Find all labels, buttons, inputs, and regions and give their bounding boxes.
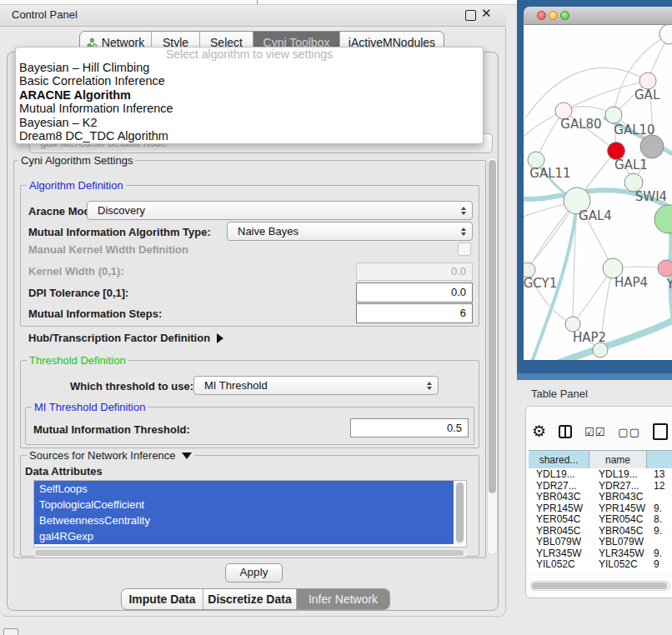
window-zoom-traffic-light[interactable]	[560, 11, 569, 20]
network-graph: GALGAL80GAL10GAL1GAL11SWI4GAL4GCY1HAP4YH…	[524, 25, 672, 360]
algorithm-option-bayesian-hill-climbing[interactable]: Bayesian – Hill Climbing	[16, 61, 483, 74]
attribute-item-topologicalcoefficient[interactable]: TopologicalCoefficient	[34, 497, 454, 512]
split-columns-icon[interactable]	[559, 425, 572, 438]
cell-name: YIL052C	[589, 558, 647, 570]
table-row[interactable]: YBL079WYBL079W	[529, 536, 672, 548]
table-row[interactable]: YDR27...YDR27...12	[529, 480, 672, 492]
mi-threshold-field[interactable]: 0.5	[350, 418, 469, 438]
table-row[interactable]: YDL19...YDL19...13	[529, 468, 672, 480]
table-header-name[interactable]: name	[589, 451, 647, 469]
kernel-width-field: 0.0	[356, 262, 473, 281]
node-gal-partial[interactable]	[639, 72, 656, 89]
float-window-icon[interactable]	[465, 10, 476, 21]
dpi-tolerance-label: DPI Tolerance [0,1]:	[28, 287, 128, 299]
stepper-icon	[427, 382, 432, 390]
hub-definition-toggle[interactable]: Hub/Transcription Factor Definition	[28, 332, 223, 344]
algorithm-option-bayesian-k2[interactable]: Bayesian – K2	[16, 116, 483, 129]
cell-value	[647, 536, 672, 548]
control-panel-title: Control Panel	[12, 8, 78, 21]
which-threshold-label: Which threshold to use:	[70, 380, 193, 392]
data-attributes-list[interactable]: SelfLoopsTopologicalCoefficientBetweenne…	[33, 480, 467, 548]
attribute-item-selfloops[interactable]: SelfLoops	[34, 481, 454, 497]
apply-button[interactable]: Apply	[225, 563, 283, 582]
panel-grip-icon[interactable]	[3, 628, 18, 635]
table-header-shared[interactable]: shared...	[529, 451, 589, 469]
node-gal10-label: GAL10	[614, 122, 654, 138]
node-pink-label: Y	[665, 277, 672, 292]
mi-threshold-label: Mutual Information Threshold:	[33, 423, 190, 436]
manual-kernel-checkbox[interactable]	[458, 242, 471, 256]
bottom-tab-impute-data[interactable]: Impute Data	[122, 589, 203, 609]
network-canvas[interactable]: GALGAL80GAL10GAL1GAL11SWI4GAL4GCY1HAP4YH…	[524, 25, 672, 360]
cell-value: 8.	[647, 513, 672, 525]
aracne-mode-combo[interactable]: Discovery	[87, 201, 473, 220]
table-row[interactable]: YER054CYER054C8.	[529, 513, 672, 525]
which-threshold-value: MI Threshold	[194, 379, 427, 392]
cell-name: YDL19...	[589, 468, 647, 480]
node-pink[interactable]	[658, 260, 672, 277]
node-hap4-label: HAP4	[614, 275, 648, 290]
algorithm-option-basic-correlation-inference[interactable]: Basic Correlation Inference	[16, 74, 483, 88]
cell-name: YBR043C	[589, 491, 647, 502]
bottom-tab-infer-network[interactable]: Infer Network	[297, 589, 389, 609]
cell-name: YDR27...	[589, 480, 647, 492]
algorithm-option-mutual-information-inference[interactable]: Mutual Information Inference	[16, 102, 483, 115]
sources-group-title: Sources for Network Inference	[29, 449, 176, 462]
table-row[interactable]: YPR145WYPR145W9.	[529, 502, 672, 514]
node-top-partial[interactable]	[659, 25, 672, 44]
table-hscrollbar-thumb[interactable]	[532, 582, 667, 589]
data-attributes-label: Data Attributes	[25, 465, 103, 478]
which-threshold-combo[interactable]: MI Threshold	[193, 376, 439, 395]
hub-definition-label: Hub/Transcription Factor Definition	[28, 332, 210, 344]
checked-boxes-icon[interactable]: ☑☑	[584, 426, 605, 438]
unchecked-boxes-icon[interactable]: ▢▢	[618, 426, 640, 438]
mi-type-value: Naive Bayes	[228, 225, 461, 238]
manual-kernel-label: Manual Kernel Width Definition	[28, 243, 188, 256]
window-close-traffic-light[interactable]	[537, 11, 546, 20]
gear-icon[interactable]: ⚙	[532, 420, 546, 443]
table-row[interactable]: YBR043CYBR043C	[529, 491, 672, 502]
window-minimize-traffic-light[interactable]	[549, 11, 558, 20]
table-toolbar: ⚙ ☑☑ ▢▢	[532, 419, 668, 444]
partial-panel-icon[interactable]	[653, 423, 668, 440]
cell-value: 9	[647, 558, 672, 570]
node-gal10[interactable]	[605, 107, 622, 123]
mi-steps-field[interactable]: 6	[356, 303, 473, 323]
algorithm-option-dream8-dc-tdc-algorithm[interactable]: Dream8 DC_TDC Algorithm	[16, 129, 483, 142]
table-row[interactable]: YBR045CYBR045C9.	[529, 525, 672, 537]
table-row[interactable]: YIL052CYIL052C9	[529, 558, 672, 570]
cell-shared-name: YPR145W	[529, 502, 589, 514]
attributes-vscrollbar-thumb[interactable]	[456, 482, 464, 542]
attributes-hscrollbar-thumb[interactable]	[35, 550, 464, 556]
cell-name: YBL079W	[589, 536, 647, 548]
network-edge[interactable]	[525, 68, 648, 118]
table-row[interactable]: YLR345WYLR345W9.	[529, 548, 672, 559]
algorithm-option-aracne-algorithm[interactable]: ARACNE Algorithm	[16, 88, 483, 102]
stepper-icon	[461, 207, 466, 215]
algorithm-dropdown-prompt: Select algorithm to view settings	[16, 48, 483, 61]
cell-shared-name: YLR345W	[529, 548, 589, 559]
table-header-col3[interactable]	[647, 451, 672, 469]
cell-value: 13	[647, 468, 672, 480]
bottom-tab-discretize-data[interactable]: Discretize Data	[203, 589, 297, 609]
mi-type-label: Mutual Information Algorithm Type:	[28, 226, 211, 238]
attribute-item-betweennesscentrality[interactable]: BetweennessCentrality	[34, 512, 454, 528]
chevron-down-icon	[182, 452, 192, 459]
cell-shared-name: YDL19...	[529, 468, 589, 480]
attribute-item-gal4rgexp[interactable]: gal4RGexp	[34, 528, 454, 544]
dpi-tolerance-field[interactable]: 0.0	[356, 282, 473, 302]
sources-group-toggle[interactable]: Sources for Network Inference	[27, 449, 194, 462]
cyni-settings-group-title: Cyni Algorithm Settings	[18, 154, 135, 167]
node-green[interactable]	[654, 205, 672, 233]
screen: Control Panel ✕ NetworkStyleSelectCyni T…	[0, 0, 672, 635]
bottom-tab-bar: Impute DataDiscretize DataInfer Network	[121, 588, 390, 610]
network-edge[interactable]	[614, 34, 669, 115]
node-gal-partial-label: GAL	[634, 88, 660, 102]
algorithm-dropdown-items: Bayesian – Hill ClimbingBasic Correlatio…	[16, 61, 483, 142]
mi-type-combo[interactable]: Naive Bayes	[227, 222, 473, 241]
close-icon[interactable]: ✕	[481, 6, 492, 21]
settings-scrollbar-thumb[interactable]	[489, 160, 496, 493]
stepper-icon	[461, 228, 466, 236]
node-gray[interactable]	[640, 135, 664, 158]
cell-value: 9.	[647, 502, 672, 514]
